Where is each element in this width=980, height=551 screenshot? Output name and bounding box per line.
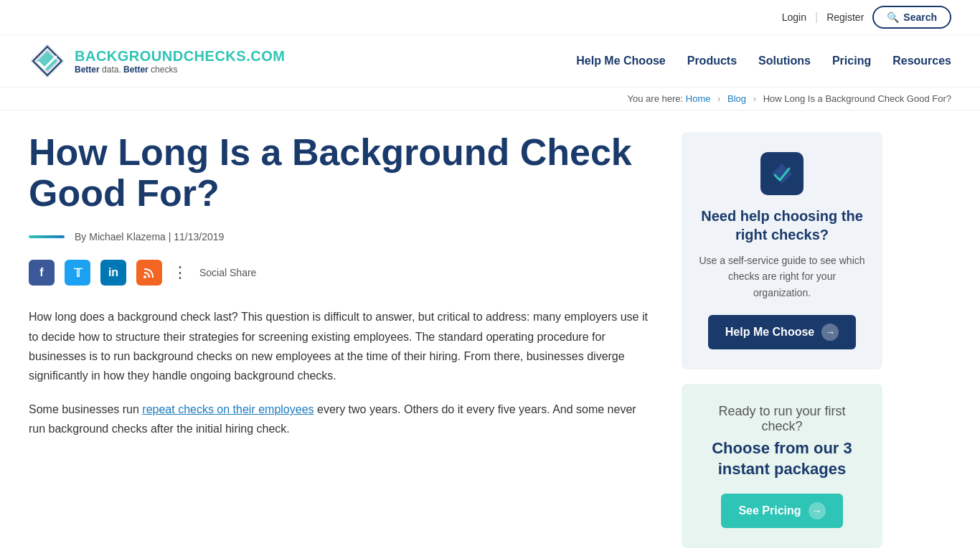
pricing-btn-arrow-icon: → bbox=[809, 502, 826, 519]
card-icon-wrap bbox=[699, 152, 865, 195]
nav-resources[interactable]: Resources bbox=[892, 55, 951, 67]
svg-point-3 bbox=[143, 276, 146, 278]
rss-share-button[interactable] bbox=[136, 260, 162, 286]
body-p2-start: Some businesses run bbox=[29, 403, 142, 415]
nav-help-me-choose[interactable]: Help Me Choose bbox=[576, 55, 665, 67]
pricing-card: Ready to run your first check? Choose fr… bbox=[682, 384, 882, 548]
social-label: Social Share bbox=[199, 267, 256, 278]
article: How Long Is a Background Check Good For?… bbox=[29, 132, 653, 551]
article-body: How long does a background check last? T… bbox=[29, 307, 653, 438]
diamond-logo-icon bbox=[760, 152, 804, 195]
help-btn-label: Help Me Choose bbox=[725, 326, 814, 339]
article-paragraph-1: How long does a background check last? T… bbox=[29, 307, 653, 385]
pricing-card-title: Choose from our 3 instant packages bbox=[699, 438, 865, 479]
login-link[interactable]: Login bbox=[782, 11, 806, 23]
register-link[interactable]: Register bbox=[826, 11, 864, 23]
breadcrumb: You are here: Home › Blog › How Long Is … bbox=[0, 88, 980, 110]
breadcrumb-prefix: You are here: bbox=[628, 93, 684, 104]
help-card-title: Need help choosing the right checks? bbox=[699, 207, 865, 244]
article-paragraph-2: Some businesses run repeat checks on the… bbox=[29, 400, 653, 438]
facebook-share-button[interactable]: f bbox=[29, 260, 55, 286]
author-bar-decoration bbox=[29, 235, 65, 238]
pricing-card-subtitle: Ready to run your first check? bbox=[699, 404, 865, 434]
more-share-options[interactable]: ⋮ bbox=[172, 263, 189, 282]
repeat-checks-link[interactable]: repeat checks on their employees bbox=[142, 403, 314, 415]
breadcrumb-current: How Long Is a Background Check Good For? bbox=[763, 93, 951, 104]
main-nav: Help Me Choose Products Solutions Pricin… bbox=[576, 55, 951, 67]
social-share: f 𝕋 in ⋮ Social Share bbox=[29, 260, 653, 286]
rss-icon bbox=[143, 266, 156, 279]
breadcrumb-home[interactable]: Home bbox=[686, 93, 711, 104]
search-icon: 🔍 bbox=[887, 11, 899, 23]
logo-link[interactable]: BACKGROUNDCHECKS.COM Better data. Better… bbox=[29, 42, 285, 80]
main-content: How Long Is a Background Check Good For?… bbox=[0, 110, 980, 551]
nav-solutions[interactable]: Solutions bbox=[758, 55, 811, 67]
help-btn-arrow-icon: → bbox=[821, 324, 839, 341]
breadcrumb-blog[interactable]: Blog bbox=[727, 93, 746, 104]
pricing-btn-label: See Pricing bbox=[738, 504, 801, 517]
search-button[interactable]: 🔍 Search bbox=[872, 6, 951, 29]
logo-diamond-svg bbox=[29, 42, 66, 80]
nav-pricing[interactable]: Pricing bbox=[832, 55, 871, 67]
author-line: By Michael Klazema | 11/13/2019 bbox=[29, 231, 653, 242]
header: BACKGROUNDCHECKS.COM Better data. Better… bbox=[0, 35, 980, 88]
article-title: How Long Is a Background Check Good For? bbox=[29, 132, 653, 214]
search-label: Search bbox=[903, 11, 937, 23]
author-text: By Michael Klazema | 11/13/2019 bbox=[75, 231, 224, 242]
linkedin-share-button[interactable]: in bbox=[100, 260, 126, 286]
help-card: Need help choosing the right checks? Use… bbox=[682, 132, 882, 369]
svg-marker-5 bbox=[772, 164, 792, 184]
help-card-desc: Use a self-service guide to see which ch… bbox=[699, 253, 865, 301]
twitter-share-button[interactable]: 𝕋 bbox=[65, 260, 90, 286]
breadcrumb-sep1: › bbox=[717, 93, 720, 104]
separator: | bbox=[815, 11, 818, 24]
logo-brand: BACKGROUNDCHECKS.COM bbox=[75, 48, 285, 65]
help-me-choose-button[interactable]: Help Me Choose → bbox=[708, 315, 856, 349]
logo-tagline: Better data. Better checks bbox=[75, 65, 285, 75]
diamond-svg bbox=[768, 159, 796, 188]
see-pricing-button[interactable]: See Pricing → bbox=[721, 494, 842, 528]
sidebar: Need help choosing the right checks? Use… bbox=[682, 132, 882, 551]
breadcrumb-sep2: › bbox=[753, 93, 756, 104]
logo-text: BACKGROUNDCHECKS.COM Better data. Better… bbox=[75, 48, 285, 75]
nav-products[interactable]: Products bbox=[687, 55, 737, 67]
top-bar: Login | Register 🔍 Search bbox=[0, 0, 980, 35]
